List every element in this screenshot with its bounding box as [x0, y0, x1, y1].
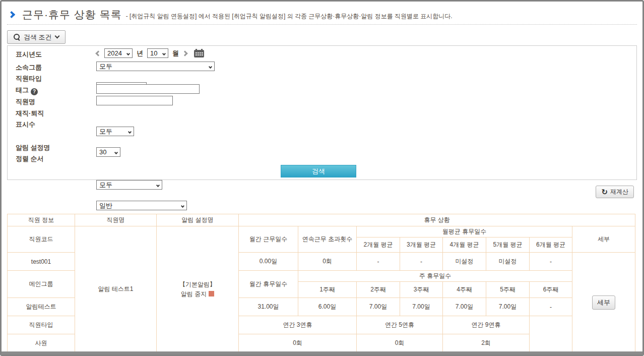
col-header-avg-6m: 6개월 평균 — [530, 238, 572, 253]
chevron-down-icon — [128, 130, 132, 134]
year-select[interactable]: 2024 — [104, 48, 133, 58]
cell-avg-3m: - — [400, 253, 443, 271]
refresh-icon — [601, 188, 608, 196]
notify-setting-select[interactable]: 모두 — [96, 180, 162, 190]
recalculate-button[interactable]: 재계산 — [596, 186, 634, 198]
col-header-monthly-leave-days: 월간 휴무일수 — [239, 271, 298, 298]
cell-avg-4m: 미설정 — [443, 253, 486, 271]
next-month-icon[interactable] — [182, 50, 187, 56]
page: 근무·휴무 상황 목록 - [취업규칙 알림 연동설정] 에서 적용된 [취업규… — [0, 0, 644, 356]
month-unit-label: 월 — [172, 49, 179, 58]
group-select-value: 모두 — [99, 63, 112, 70]
col-header-avg-5m: 5개월 평균 — [486, 238, 530, 253]
col-header-week-4: 4주째 — [443, 282, 486, 298]
notify-setting-title: 【기본알림】 — [157, 280, 238, 289]
employee-name-label: 직원명 — [16, 97, 91, 106]
col-header-week-3: 3주째 — [400, 282, 443, 298]
title-separator — [7, 24, 637, 25]
row-header-employee-type: 직원타입 — [8, 316, 75, 334]
title-arrow-icon — [8, 11, 15, 18]
chevron-down-icon — [126, 52, 130, 55]
col-header-leave-status: 휴무 상황 — [239, 214, 635, 226]
page-title: 근무·휴무 상황 목록 — [22, 8, 122, 22]
cell-employee-type: 사원 — [8, 334, 75, 352]
display-year-label: 표시년도 — [16, 50, 91, 59]
employment-select[interactable]: 모두 — [96, 127, 134, 136]
cell-annual-spacer — [530, 316, 572, 352]
prev-month-icon[interactable] — [95, 50, 101, 56]
notify-setting-status-text: 알림 중지 — [181, 290, 207, 298]
cell-annual-5-count: 0회 — [357, 334, 443, 352]
cell-week-2: 7.00일 — [357, 298, 400, 316]
month-select-value: 10 — [150, 49, 157, 57]
col-header-employee-name: 직원명 — [75, 214, 157, 226]
col-header-avg-4m: 4개월 평균 — [443, 238, 486, 253]
cell-employee-name: 알림 테스트1 — [75, 226, 157, 352]
notify-stop-color-chip — [209, 291, 214, 296]
result-table: 직원 정보 직원명 알림 설정명 휴무 상황 직원코드 알림 테스트1 【기본알… — [7, 214, 635, 352]
col-header-detail: 세부 — [572, 226, 635, 253]
chevron-down-icon — [209, 65, 212, 69]
cell-detail: 세부 — [572, 253, 635, 352]
year-unit-label: 년 — [137, 49, 143, 58]
col-header-weekly-leave-days: 주 휴무일수 — [298, 271, 572, 282]
detail-button[interactable]: 세부 — [592, 295, 615, 310]
cell-annual-9-count: 2회 — [443, 334, 530, 352]
recalculate-label: 재계산 — [610, 188, 628, 196]
cell-week-1: 6.00일 — [298, 298, 357, 316]
page-size-select[interactable]: 30 — [96, 147, 120, 157]
col-header-annual-9: 연간 9연휴 — [443, 316, 530, 334]
calendar-icon[interactable] — [194, 49, 204, 57]
col-header-consecutive-work-over: 연속근무 초과횟수 — [298, 226, 357, 253]
col-header-annual-3: 연간 3연휴 — [239, 316, 357, 334]
filter-panel: 표시년도 2024 년 10 월 — [7, 45, 637, 180]
group-select[interactable]: 모두 — [96, 62, 215, 71]
search-button[interactable]: 검색 — [281, 165, 356, 177]
tag-input[interactable] — [96, 84, 200, 94]
cell-main-group: 알림테스트 — [8, 298, 75, 316]
cell-consecutive-work-over: 0회 — [298, 253, 357, 271]
col-header-monthly-work-days: 월간 근무일수 — [239, 226, 298, 253]
help-icon[interactable] — [31, 88, 38, 95]
chevron-down-icon — [114, 151, 118, 154]
search-icon — [14, 34, 20, 40]
col-header-notify-setting: 알림 설정명 — [157, 214, 239, 226]
search-condition-label: 검색 조건 — [24, 33, 52, 42]
year-select-value: 2024 — [107, 49, 122, 57]
notify-setting-label: 알림 설정명 — [16, 143, 91, 152]
page-subtitle: - [취업규칙 알림 연동설정] 에서 적용된 [취업규칙 알림설정] 의 각종… — [126, 12, 453, 21]
col-header-avg-2m: 2개월 평균 — [357, 238, 400, 253]
notify-setting-status: 알림 중지 — [157, 289, 238, 299]
col-header-week-2: 2주째 — [357, 282, 400, 298]
col-header-monthly-avg-leave: 월평균 휴무일수 — [357, 226, 572, 238]
cell-week-4: 7.00일 — [443, 298, 486, 316]
cell-avg-5m: 미설정 — [486, 253, 530, 271]
notify-setting-select-value: 모두 — [99, 181, 112, 189]
row-header-main-group: 메인그룹 — [8, 271, 75, 298]
employment-select-value: 모두 — [99, 128, 112, 135]
col-header-week-1: 1주째 — [298, 282, 357, 298]
horizontal-scrollbar[interactable] — [2, 351, 642, 354]
row-header-employee-code: 직원코드 — [8, 226, 75, 253]
cell-avg-2m: - — [357, 253, 400, 271]
cell-week-5: 7.00일 — [486, 298, 530, 316]
page-header: 근무·휴무 상황 목록 - [취업규칙 알림 연동설정] 에서 적용된 [취업규… — [9, 8, 453, 22]
sort-order-select-value: 일반 — [99, 202, 112, 209]
cell-employee-code: test001 — [8, 253, 75, 271]
col-header-annual-5: 연간 5연휴 — [357, 316, 443, 334]
chevron-down-icon — [181, 204, 184, 208]
chevron-down-icon — [156, 184, 160, 187]
sort-order-select[interactable]: 일반 — [96, 201, 187, 210]
col-header-week-5: 5주째 — [486, 282, 530, 298]
employee-type-label: 직원타입 — [16, 74, 91, 83]
cell-week-6: - — [530, 298, 572, 316]
tag-label: 태그 — [16, 86, 91, 95]
chevron-down-icon — [54, 34, 59, 39]
search-condition-toggle-button[interactable]: 검색 조건 — [7, 30, 66, 44]
month-select[interactable]: 10 — [147, 48, 168, 58]
cell-annual-3-count: 0회 — [239, 334, 357, 352]
tag-label-text: 태그 — [16, 86, 29, 94]
cell-monthly-work-days: 0.00일 — [239, 253, 298, 271]
employee-name-input[interactable] — [96, 96, 173, 105]
cell-avg-6m: - — [530, 253, 572, 271]
